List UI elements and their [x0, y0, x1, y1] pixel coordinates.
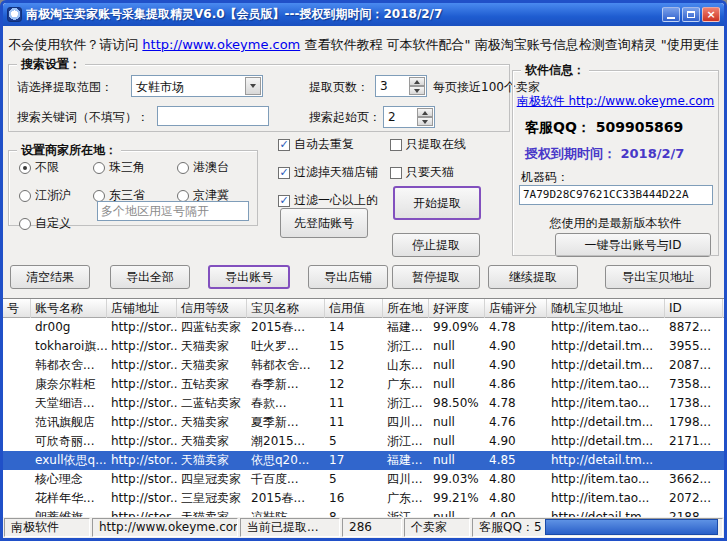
machine-code-field[interactable]: 7A79D28C97621CC33B444D22A — [519, 185, 713, 205]
column-header-8[interactable]: 店铺评分 — [485, 299, 547, 318]
start-extract-button[interactable]: 开始提取 — [393, 186, 481, 220]
location-radio-3[interactable]: 江浙沪 — [19, 187, 93, 204]
app-window: 南极淘宝卖家账号采集提取精灵V6.0【会员版】---授权到期时间：2018/2/… — [0, 0, 727, 541]
status-unit: 个卖家 — [404, 518, 470, 537]
filter-checkbox-2[interactable]: 过滤掉天猫店铺 — [278, 164, 390, 181]
table-cell — [3, 413, 31, 432]
table-row[interactable]: 天堂细语...http://stor...二蓝钻卖家春款...11浙江...98… — [3, 394, 724, 413]
location-radio-0[interactable]: 不限 — [19, 159, 93, 176]
minimize-icon — [667, 17, 675, 19]
export-accounts-button[interactable]: 导出账号 — [208, 265, 290, 289]
table-cell: http://detail.tm... — [547, 508, 665, 517]
stop-extract-button[interactable]: 停止提取 — [392, 233, 480, 257]
notice-text: 查看软件教程 可本软件配合" — [304, 37, 474, 52]
filter-checkbox-1[interactable]: 只提取在线 — [390, 136, 466, 153]
notice-link[interactable]: http://www.okeyme.com — [142, 37, 300, 52]
start-page-spin-up-button[interactable] — [417, 108, 433, 117]
close-icon: × — [706, 9, 715, 20]
clear-results-button[interactable]: 清空结果 — [10, 265, 90, 289]
vendor-link[interactable]: 南极软件 http://www.okeyme.com — [513, 93, 718, 110]
pages-spin-down-button[interactable] — [409, 86, 425, 95]
table-row[interactable]: exull依思q...http://stor...天猫卖家依思q20...17福… — [3, 451, 724, 470]
table-cell: 4.90 — [485, 432, 547, 451]
pause-extract-button[interactable]: 暂停提取 — [392, 265, 480, 289]
column-header-9[interactable]: 随机宝贝地址 — [547, 299, 665, 318]
table-cell: 可欣奇丽... — [31, 432, 107, 451]
filter-checkbox-0[interactable]: 自动去重复 — [278, 136, 390, 153]
column-header-5[interactable]: 信用值 — [325, 299, 383, 318]
table-row[interactable]: 可欣奇丽...http://stor...天猫卖家潮2015...5浙江...n… — [3, 432, 724, 451]
table-cell — [3, 432, 31, 451]
location-radio-1[interactable]: 珠三角 — [93, 159, 177, 176]
pages-stepper[interactable]: 3 — [375, 75, 427, 97]
table-cell: tokharoi旗... — [31, 337, 107, 356]
table-cell: 夏季新... — [247, 413, 325, 432]
table-cell: http://stor... — [107, 508, 177, 517]
table-row[interactable]: 范讯旗舰店http://stor...天猫卖家夏季新...11四川...null… — [3, 413, 724, 432]
checkbox-icon — [390, 167, 402, 179]
maximize-icon — [687, 11, 695, 18]
export-shops-button[interactable]: 导出店铺 — [308, 265, 388, 289]
table-row[interactable]: 花样年华...http://stor...三皇冠卖家2015春...16广东..… — [3, 489, 724, 508]
search-settings-group: 搜索设置： 请选择提取范围： 女鞋市场 提取页数： 3 每页接近100个卖家 搜… — [8, 64, 510, 132]
table-cell: 12 — [325, 375, 383, 394]
column-header-3[interactable]: 信用等级 — [177, 299, 247, 318]
version-note: 您使用的是最新版本软件 — [513, 215, 718, 232]
table-cell: 3955... — [665, 337, 723, 356]
table-cell: 15 — [325, 337, 383, 356]
location-radio-6[interactable]: 自定义 — [19, 215, 93, 232]
radio-label: 不限 — [35, 159, 59, 176]
column-header-0[interactable]: 号 — [3, 299, 31, 318]
maximize-button[interactable] — [682, 7, 700, 22]
export-all-button[interactable]: 导出全部 — [110, 265, 190, 289]
filter-checkbox-3[interactable]: 只要天猫 — [390, 164, 466, 181]
table-row[interactable]: tokharoi旗...http://stor...天猫卖家吐火罗...15浙江… — [3, 337, 724, 356]
status-brand: 南极软件 — [4, 518, 90, 537]
table-row[interactable]: 韩都衣舍...http://stor...天猫卖家韩都衣舍...12山东...n… — [3, 356, 724, 375]
spin-down-icon — [422, 120, 428, 124]
table-cell: 天猫卖家 — [177, 337, 247, 356]
table-cell: 春季新... — [247, 375, 325, 394]
table-cell: 14 — [325, 318, 383, 337]
pages-label: 提取页数： — [309, 79, 369, 96]
titlebar[interactable]: 南极淘宝卖家账号采集提取精灵V6.0【会员版】---授权到期时间：2018/2/… — [3, 3, 724, 26]
filter-checkbox-4[interactable]: 过滤一心以上的 — [278, 192, 390, 209]
table-cell: 4.90 — [485, 356, 547, 375]
custom-region-input[interactable] — [97, 201, 249, 221]
column-header-6[interactable]: 所在地 — [383, 299, 429, 318]
table-cell: http://item.tao... — [547, 470, 665, 489]
start-page-stepper[interactable]: 2 — [383, 106, 435, 128]
table-cell: 2087... — [665, 356, 723, 375]
minimize-button[interactable] — [662, 7, 680, 22]
column-header-4[interactable]: 宝贝名称 — [247, 299, 325, 318]
login-button[interactable]: 先登陆账号 — [280, 208, 368, 238]
column-header-2[interactable]: 店铺地址 — [107, 299, 177, 318]
table-cell: 99.09% — [429, 318, 485, 337]
checkbox-icon — [278, 167, 290, 179]
location-radio-2[interactable]: 港澳台 — [177, 159, 251, 176]
table-cell: 16 — [325, 489, 383, 508]
table-cell: http://detail.tm... — [547, 413, 665, 432]
table-row[interactable]: 核心理念http://stor...四皇冠卖家千百度...5四川...99.03… — [3, 470, 724, 489]
checkbox-icon — [278, 139, 290, 151]
market-range-select[interactable]: 女鞋市场 — [131, 75, 263, 97]
chevron-down-icon[interactable] — [245, 77, 261, 95]
table-cell: 12 — [325, 356, 383, 375]
resume-extract-button[interactable]: 继续提取 — [488, 265, 578, 289]
pages-spin-up-button[interactable] — [409, 77, 425, 86]
radio-icon — [177, 162, 189, 174]
table-cell: 5 — [325, 470, 383, 489]
close-button[interactable]: × — [702, 7, 720, 22]
keyword-input[interactable] — [157, 106, 269, 126]
merchant-location-group: 设置商家所在地： 不限珠三角港澳台江浙沪东三省京津冀自定义 — [8, 150, 258, 226]
column-header-7[interactable]: 好评度 — [429, 299, 485, 318]
table-row[interactable]: 康奈尔鞋柜http://stor...五钻卖家春季新...12广东...null… — [3, 375, 724, 394]
table-cell: http://stor... — [107, 356, 177, 375]
column-header-10[interactable]: ID — [665, 299, 723, 318]
column-header-1[interactable]: 账号名称 — [31, 299, 107, 318]
table-cell: null — [429, 375, 485, 394]
export-item-urls-button[interactable]: 导出宝贝地址 — [605, 265, 711, 289]
table-row[interactable]: dr00ghttp://stor...四蓝钻卖家2015春...14福建...9… — [3, 318, 724, 337]
start-page-spin-down-button[interactable] — [417, 117, 433, 126]
table-row[interactable]: 朗蒂维旗...http://stor...天猫卖家凉鞋防...8浙江...nul… — [3, 508, 724, 517]
